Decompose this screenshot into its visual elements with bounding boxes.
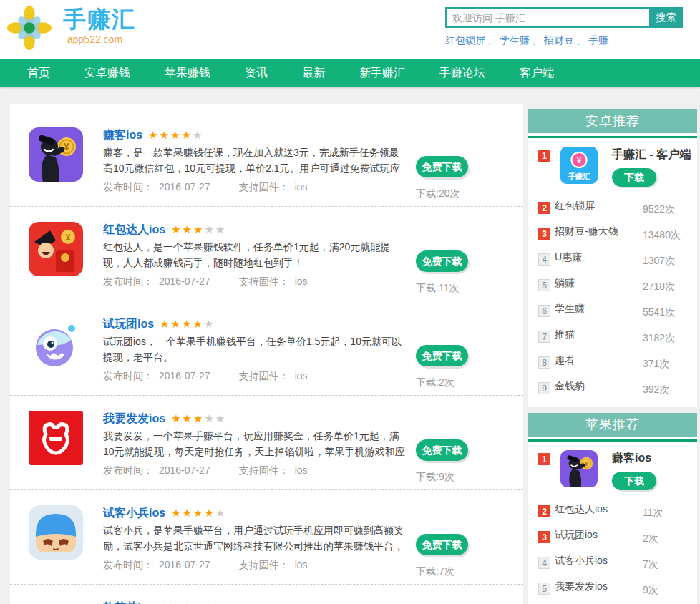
app-name-link[interactable]: 试玩团ios <box>103 317 154 332</box>
star-filled-icon: ★ <box>170 129 180 142</box>
sidebar-rank-row[interactable]: 6 学生赚 5541次 <box>528 298 697 324</box>
sidebar-rank-row[interactable]: 9 金钱豹 392次 <box>528 376 697 401</box>
separator: 、 <box>532 34 542 46</box>
hot-search-link[interactable]: 学生赚 <box>500 34 530 46</box>
star-filled-icon: ★ <box>193 318 202 331</box>
download-button[interactable]: 下载 <box>612 168 656 187</box>
app-info: 红包达人ios ★★★★★ 红包达人，是一个苹果赚钱软件，任务单价1元起，满20… <box>83 222 416 301</box>
sidebar-rank-row[interactable]: 2 红包达人ios 11次 <box>528 499 697 525</box>
page: 手赚汇 app522.com 搜索 红包锁屏、学生赚、招财豆、手赚 首页安卓赚钱… <box>0 0 700 604</box>
sidebar-app-name[interactable]: 学生赚 <box>555 303 585 316</box>
app-name-link[interactable]: 热苹荐ios <box>103 600 154 604</box>
star-filled-icon: ★ <box>193 412 203 425</box>
firmware-value: ios <box>295 464 308 476</box>
firmware-label: 支持固件： <box>239 181 289 193</box>
free-download-button[interactable]: 免费下载 <box>416 534 468 555</box>
apple-recommend-title: 苹果推荐 <box>528 413 697 437</box>
sidebar-rank-row[interactable]: 5 我要发发ios 9次 <box>528 576 697 602</box>
sidebar-download-count: 5541次 <box>643 306 675 319</box>
star-empty-icon: ★ <box>193 129 202 142</box>
app-info: 赚客ios ★★★★★ 赚客，是一款苹果赚钱任课，现在加入就送3元，完成新手任务… <box>83 127 416 206</box>
app-list-item: 试玩团ios ★★★★★ 试玩团ios，一个苹果手机赚钱平台，任务单价1.5元起… <box>10 301 523 396</box>
sidebar-app-name[interactable]: 招财豆-赚大钱 <box>555 225 618 238</box>
nav-item[interactable]: 首页 <box>27 66 50 81</box>
sidebar-rank-row[interactable]: 2 红包锁屏 9522次 <box>528 195 697 221</box>
szh-client-icon[interactable]: ¥手赚汇 <box>560 147 598 184</box>
star-filled-icon: ★ <box>193 507 203 520</box>
free-download-button[interactable]: 免费下载 <box>416 345 468 366</box>
site-logo[interactable]: 手赚汇 app522.com <box>7 6 136 50</box>
nav-item[interactable]: 手赚论坛 <box>439 66 485 81</box>
app-name-link[interactable]: 试客小兵ios <box>103 506 165 521</box>
hot-search-link[interactable]: 红包锁屏 <box>445 34 485 46</box>
nav-item[interactable]: 客户端 <box>520 66 554 81</box>
sidebar-app-name[interactable]: 推猫 <box>555 328 575 341</box>
sidebar-download-count: 11次 <box>643 507 663 520</box>
app-name-link[interactable]: 赚客ios <box>103 128 142 143</box>
rank-badge: 9 <box>538 382 550 394</box>
sidebar-app-name[interactable]: 红包锁屏 <box>555 200 595 213</box>
sidebar-app-name[interactable]: 试玩团ios <box>555 529 598 542</box>
featured-app-name[interactable]: 手赚汇 - 客户端 <box>612 147 691 162</box>
download-button[interactable]: 下载 <box>612 472 656 490</box>
leaf-icon[interactable] <box>29 600 83 604</box>
sidebar-download-count: 2次 <box>643 532 658 545</box>
nav-item[interactable]: 安卓赚钱 <box>84 66 130 81</box>
star-rating: ★★★★★ <box>160 318 215 331</box>
star-rating: ★★★★★ <box>148 129 203 142</box>
star-filled-icon: ★ <box>183 412 192 425</box>
app-description: 我要发发，一个苹果手赚平台，玩应用赚奖金，任务单价1元起，满10元就能提现，每天… <box>103 428 409 459</box>
featured-app-name[interactable]: 赚客ios <box>612 451 656 466</box>
sidebar-rank-row[interactable]: 7 推猫 3182次 <box>528 324 697 350</box>
star-filled-icon: ★ <box>171 601 180 604</box>
rank-badge: 2 <box>538 505 550 517</box>
sidebar-download-count: 3182次 <box>643 332 675 345</box>
hot-search-link[interactable]: 招财豆 <box>544 34 574 46</box>
free-download-button[interactable]: 免费下载 <box>416 156 468 177</box>
app-name-link[interactable]: 红包达人ios <box>103 223 165 238</box>
featured-app-apple: 1 ¥ 赚客ios 下载 <box>528 442 697 499</box>
app-name-link[interactable]: 我要发发ios <box>103 411 165 427</box>
sidebar-app-name[interactable]: U惠赚 <box>555 251 582 264</box>
sidebar-rank-row[interactable]: 3 试玩团ios 2次 <box>528 525 697 550</box>
rank-badge: 6 <box>538 305 550 317</box>
sidebar-app-name[interactable]: 金钱豹 <box>555 380 585 393</box>
apple-recommend-section: 苹果推荐 1 ¥ 赚客ios 下载 2 红包达人ios 11次 3 试玩团ios… <box>528 413 697 604</box>
nav-item[interactable]: 新手赚汇 <box>359 66 405 81</box>
hot-search-link[interactable]: 手赚 <box>588 34 608 46</box>
man-with-coin-icon[interactable]: ¥ <box>560 450 598 487</box>
monster-icon[interactable] <box>29 316 83 371</box>
free-download-button[interactable]: 免费下载 <box>416 250 468 272</box>
svg-text:¥: ¥ <box>585 459 589 467</box>
cat-face-icon[interactable] <box>29 411 83 465</box>
sidebar-rank-row[interactable]: 8 趣看 371次 <box>528 350 697 376</box>
sidebar-rank-row[interactable]: 4 试客小兵ios 7次 <box>528 550 697 576</box>
search-button[interactable]: 搜索 <box>649 7 683 28</box>
nav-item[interactable]: 苹果赚钱 <box>165 66 210 81</box>
download-count: 下载:20次 <box>416 187 509 200</box>
free-download-button[interactable]: 免费下载 <box>416 439 468 461</box>
man-with-coin-icon[interactable]: ¥ <box>29 127 83 182</box>
svg-text:¥: ¥ <box>64 141 69 152</box>
sidebar-rank-row[interactable]: 3 招财豆-赚大钱 13480次 <box>528 221 697 247</box>
nav-item[interactable]: 资讯 <box>245 66 268 81</box>
sidebar-rank-row[interactable]: 4 U惠赚 1307次 <box>528 247 697 273</box>
star-empty-icon: ★ <box>215 223 225 236</box>
app-info: 热苹荐ios ★★★★★ <box>83 600 416 604</box>
firmware-label: 支持固件： <box>239 559 289 570</box>
sidebar-app-name[interactable]: 趣看 <box>555 354 575 367</box>
sidebar-app-name[interactable]: 红包达人ios <box>555 503 608 516</box>
sidebar-rank-row[interactable]: 5 躺赚 2718次 <box>528 273 697 298</box>
star-empty-icon: ★ <box>204 318 213 331</box>
publish-date-label: 发布时间： <box>103 181 153 193</box>
rank-badge: 4 <box>538 253 550 266</box>
app-info: 我要发发ios ★★★★★ 我要发发，一个苹果手赚平台，玩应用赚奖金，任务单价1… <box>83 411 416 489</box>
sidebar-app-name[interactable]: 躺赚 <box>555 277 575 290</box>
search-input[interactable] <box>445 7 649 28</box>
soldier-icon[interactable] <box>29 505 83 560</box>
nav-item[interactable]: 最新 <box>302 66 325 81</box>
app-list: ¥ 赚客ios ★★★★★ 赚客，是一款苹果赚钱任课，现在加入就送3元，完成新手… <box>10 104 523 604</box>
sidebar-app-name[interactable]: 试客小兵ios <box>555 555 608 568</box>
red-envelope-icon[interactable]: ¥ <box>29 222 83 276</box>
sidebar-app-name[interactable]: 我要发发ios <box>555 580 608 593</box>
